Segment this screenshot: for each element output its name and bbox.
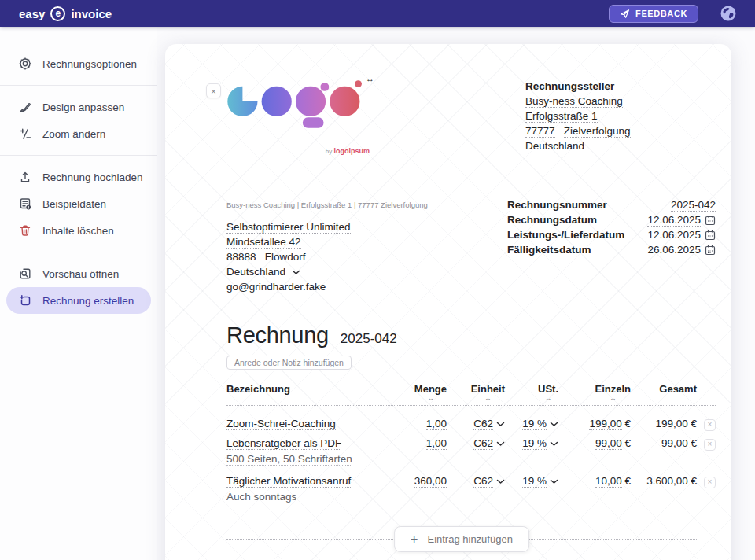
item-qty-field[interactable]: 1,00	[426, 437, 447, 450]
item-vat-select[interactable]: 19 %	[505, 436, 558, 451]
due-date-field[interactable]: 26.06.2025	[647, 244, 701, 256]
sidebar-item-label: Inhalte löschen	[42, 225, 114, 237]
sidebar-item-rechnungsoptionen[interactable]: Rechnungsoptionen	[6, 50, 151, 77]
add-note-button[interactable]: Anrede oder Notiz hinzufügen	[226, 356, 352, 370]
recipient-block: Busy-ness Coaching | Erfolgsstraße 1 | 7…	[226, 197, 486, 294]
header-menge: Menge	[414, 383, 447, 395]
column-resize-handle[interactable]: ↔	[595, 396, 631, 402]
chevron-down-icon	[496, 422, 505, 427]
item-price-field[interactable]: 10,00	[595, 475, 622, 488]
brush-icon	[18, 100, 32, 114]
sender-line: Busy-ness Coaching | Erfolgsstraße 1 | 7…	[226, 197, 486, 212]
create-icon	[18, 293, 32, 308]
delivery-date-field[interactable]: 12.06.2025	[647, 229, 701, 241]
invoice-meta-block: Rechnungsnummer 2025-042 Rechnungsdatum …	[507, 197, 716, 294]
sidebar-item-label: Vorschau öffnen	[42, 268, 119, 280]
plus-minus-icon	[18, 127, 32, 141]
sidebar-item-design-anpassen[interactable]: Design anpassen	[6, 94, 151, 120]
recipient-email-field[interactable]: go@grindharder.fake	[226, 281, 326, 293]
item-qty-field[interactable]: 360,00	[414, 475, 447, 488]
issuer-name-field[interactable]: Busy-ness Coaching	[525, 95, 623, 108]
sidebar-divider	[0, 252, 157, 252]
add-entry-button[interactable]: + Eintrag hinzufügen	[394, 526, 529, 552]
calendar-icon[interactable]	[705, 245, 716, 256]
item-name-field[interactable]: Zoom-Schrei-Coaching	[226, 418, 336, 430]
item-name-field[interactable]: Lebensratgeber als PDF	[226, 437, 341, 450]
chevron-down-icon	[550, 441, 558, 447]
logo-resize-handle[interactable]: ↔	[366, 74, 374, 83]
paper-plane-icon	[620, 9, 630, 19]
title-invoice-number[interactable]: 2025-042	[341, 331, 397, 347]
chevron-down-icon	[292, 270, 300, 275]
sidebar-divider	[0, 155, 157, 156]
recipient-name-field[interactable]: Selbstoptimierer Unlimited	[226, 221, 351, 234]
language-globe-icon[interactable]	[720, 6, 736, 21]
e-badge-icon: e	[50, 6, 65, 21]
item-unit-select[interactable]: C62	[447, 436, 505, 451]
chevron-down-icon	[550, 479, 558, 484]
sidebar-item-rechnung-hochladen[interactable]: Rechnung hochladen	[6, 164, 151, 190]
logo-remove-button[interactable]: ×	[206, 83, 221, 98]
remove-row-button[interactable]: ×	[704, 439, 716, 451]
item-price-field[interactable]: 199,00	[589, 418, 621, 430]
sidebar-item-inhalte-loeschen[interactable]: Inhalte löschen	[6, 217, 151, 244]
invoice-title-row: Rechnung 2025-042	[226, 322, 716, 348]
recipient-country-value: Deutschland	[226, 266, 285, 278]
header-einheit: Einheit	[471, 383, 505, 395]
column-resize-handle[interactable]: ↔	[414, 396, 447, 402]
sidebar-item-beispieldaten[interactable]: Beispieldaten	[6, 190, 151, 217]
upload-icon	[18, 170, 32, 184]
invoice-document-card: × ↔	[165, 44, 731, 560]
meta-row-due-date: Fälligkeitsdatum 26.06.2025	[507, 242, 716, 257]
chevron-down-icon	[550, 422, 558, 427]
issuer-city-field[interactable]: Zielverfolgung	[564, 125, 631, 138]
recipient-city-field[interactable]: Flowdorf	[265, 251, 306, 263]
sidebar-divider	[0, 85, 157, 86]
calendar-icon[interactable]	[705, 230, 716, 241]
sample-data-icon	[18, 197, 32, 211]
item-vat-select[interactable]: 19 %	[505, 473, 558, 488]
item-total: 99,00 €	[631, 436, 697, 451]
company-logo-image[interactable]	[226, 79, 363, 132]
issuer-zip-field[interactable]: 77777	[525, 125, 555, 138]
item-unit-select[interactable]: C62	[447, 473, 505, 488]
sidebar-item-label: Design anpassen	[42, 101, 124, 113]
column-resize-handle[interactable]: ↔	[538, 396, 558, 402]
issuer-country: Deutschland	[525, 140, 584, 152]
item-total: 199,00 €	[631, 416, 697, 431]
recipient-zip-field[interactable]: 88888	[226, 251, 256, 263]
sidebar-item-label: Rechnung hochladen	[42, 171, 143, 183]
header-bezeichnung: Bezeichnung	[226, 383, 390, 395]
line-items-table: Bezeichnung Menge↔ Einheit↔ USt.↔ Einzel…	[226, 383, 716, 504]
sidebar-item-rechnung-erstellen[interactable]: Rechnung erstellen	[6, 287, 151, 314]
invoice-number-field[interactable]: 2025-042	[671, 199, 716, 212]
item-price-field[interactable]: 99,00	[595, 437, 622, 450]
remove-row-button[interactable]: ×	[704, 477, 716, 488]
header-einzeln: Einzeln	[595, 383, 631, 395]
item-description-field[interactable]: 500 Seiten, 50 Schriftarten	[226, 453, 352, 466]
invoice-header-row: × ↔	[226, 79, 716, 153]
address-meta-row: Busy-ness Coaching | Erfolgsstraße 1 | 7…	[226, 197, 716, 294]
feedback-button[interactable]: FEEDBACK	[609, 5, 698, 23]
gear-icon	[18, 57, 32, 71]
recipient-street-field[interactable]: Mindsetallee 42	[226, 236, 301, 249]
sidebar-item-label: Rechnung erstellen	[42, 295, 134, 307]
item-vat-select[interactable]: 19 %	[505, 416, 558, 431]
item-unit-select[interactable]: C62	[447, 416, 505, 431]
issuer-street-field[interactable]: Erfolgsstraße 1	[525, 110, 598, 123]
sidebar-item-label: Beispieldaten	[42, 198, 106, 210]
item-name-field[interactable]: Täglicher Motivationsanruf	[226, 475, 351, 488]
add-entry-divider: + Eintrag hinzufügen	[226, 539, 697, 540]
sidebar-item-zoom-aendern[interactable]: Zoom ändern	[6, 120, 151, 147]
remove-row-button[interactable]: ×	[704, 419, 716, 431]
column-resize-handle[interactable]: ↔	[471, 396, 505, 402]
issuer-block: Rechnungssteller Busy-ness Coaching Erfo…	[525, 79, 716, 153]
item-description-field[interactable]: Auch sonntags	[226, 491, 296, 503]
recipient-country-select[interactable]: Deutschland	[226, 264, 486, 279]
header-ust: USt.	[538, 383, 558, 395]
calendar-icon[interactable]	[705, 215, 716, 226]
invoice-date-field[interactable]: 12.06.2025	[647, 214, 701, 227]
item-qty-field[interactable]: 1,00	[426, 418, 447, 430]
sidebar-item-vorschau-oeffnen[interactable]: Vorschau öffnen	[6, 260, 151, 287]
header-gesamt: Gesamt	[631, 383, 697, 395]
